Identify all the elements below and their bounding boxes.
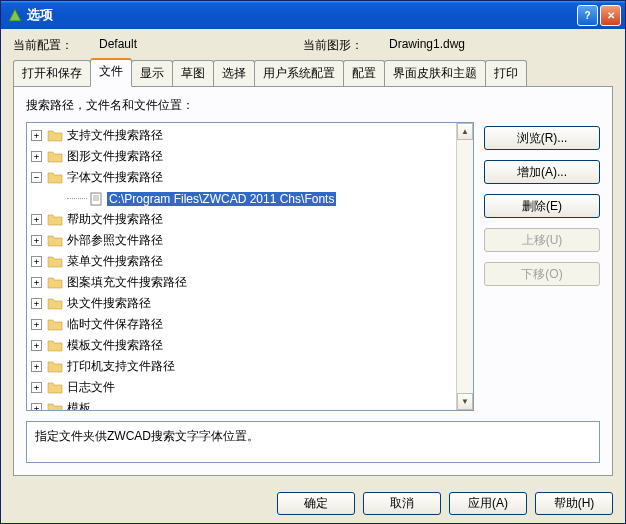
tree-item-label: 模板文件搜索路径 (67, 337, 163, 354)
tab-files[interactable]: 文件 (90, 58, 132, 87)
tree-item[interactable]: +帮助文件搜索路径 (27, 209, 473, 230)
tree-item[interactable]: +临时文件保存路径 (27, 314, 473, 335)
expand-icon[interactable]: + (31, 277, 42, 288)
tree-item[interactable]: +模板文件搜索路径 (27, 335, 473, 356)
delete-button[interactable]: 删除(E) (484, 194, 600, 218)
tree-child-label: C:\Program Files\ZWCAD 2011 Chs\Fonts (107, 192, 336, 206)
tree-item[interactable]: +菜单文件搜索路径 (27, 251, 473, 272)
tab-display[interactable]: 显示 (131, 60, 173, 86)
description-text: 指定文件夹供ZWCAD搜索文字字体位置。 (35, 429, 259, 443)
tree-item-label: 字体文件搜索路径 (67, 169, 163, 186)
apply-button[interactable]: 应用(A) (449, 492, 527, 515)
description-box: 指定文件夹供ZWCAD搜索文字字体位置。 (26, 421, 600, 463)
tree-item[interactable]: +外部参照文件路径 (27, 230, 473, 251)
tree-item-label: 外部参照文件路径 (67, 232, 163, 249)
tab-print[interactable]: 打印 (485, 60, 527, 86)
expand-icon[interactable]: + (31, 298, 42, 309)
options-dialog: 选项 ? ✕ 当前配置： Default 当前图形： Drawing1.dwg … (0, 0, 626, 524)
current-config-value: Default (99, 37, 137, 54)
titlebar[interactable]: 选项 ? ✕ (1, 1, 625, 29)
scroll-up-button[interactable]: ▲ (457, 123, 473, 140)
tree-item-label: 菜单文件搜索路径 (67, 253, 163, 270)
expand-icon[interactable]: + (31, 235, 42, 246)
tree-item[interactable]: +块文件搜索路径 (27, 293, 473, 314)
tree-item-label: 图案填充文件搜索路径 (67, 274, 187, 291)
expand-icon[interactable]: + (31, 361, 42, 372)
tree-item[interactable]: +支持文件搜索路径 (27, 125, 473, 146)
tree-scrollbar[interactable]: ▲ ▼ (456, 123, 473, 410)
tab-drafting[interactable]: 草图 (172, 60, 214, 86)
collapse-icon[interactable]: − (31, 172, 42, 183)
ok-button[interactable]: 确定 (277, 492, 355, 515)
tab-selection[interactable]: 选择 (213, 60, 255, 86)
tree-item[interactable]: +日志文件 (27, 377, 473, 398)
tree-item-label: 模板 (67, 400, 91, 410)
help-button[interactable]: 帮助(H) (535, 492, 613, 515)
tab-open-save[interactable]: 打开和保存 (13, 60, 91, 86)
expand-icon[interactable]: + (31, 340, 42, 351)
expand-icon[interactable]: + (31, 403, 42, 410)
current-config-label: 当前配置： (13, 37, 73, 54)
browse-button[interactable]: 浏览(R)... (484, 126, 600, 150)
expand-icon[interactable]: + (31, 151, 42, 162)
tree-item-label: 支持文件搜索路径 (67, 127, 163, 144)
tree-child-item[interactable]: C:\Program Files\ZWCAD 2011 Chs\Fonts (27, 188, 473, 209)
expand-icon[interactable]: + (31, 256, 42, 267)
move-down-button[interactable]: 下移(O) (484, 262, 600, 286)
tree-item-label: 临时文件保存路径 (67, 316, 163, 333)
tab-user-prefs[interactable]: 用户系统配置 (254, 60, 344, 86)
expand-icon[interactable]: + (31, 382, 42, 393)
tree-item[interactable]: +图形文件搜索路径 (27, 146, 473, 167)
tree-item-label: 块文件搜索路径 (67, 295, 151, 312)
tab-profiles[interactable]: 配置 (343, 60, 385, 86)
tab-panel-files: 搜索路径，文件名和文件位置： +支持文件搜索路径+图形文件搜索路径−字体文件搜索… (13, 86, 613, 476)
tree-item-label: 帮助文件搜索路径 (67, 211, 163, 228)
scroll-down-button[interactable]: ▼ (457, 393, 473, 410)
window-title: 选项 (27, 6, 577, 24)
app-icon (7, 7, 23, 23)
tree-connector (67, 198, 87, 199)
titlebar-help-button[interactable]: ? (577, 5, 598, 26)
titlebar-close-button[interactable]: ✕ (600, 5, 621, 26)
tab-skin-theme[interactable]: 界面皮肤和主题 (384, 60, 486, 86)
tree-item[interactable]: +图案填充文件搜索路径 (27, 272, 473, 293)
expand-icon[interactable]: + (31, 130, 42, 141)
cancel-button[interactable]: 取消 (363, 492, 441, 515)
add-button[interactable]: 增加(A)... (484, 160, 600, 184)
side-buttons: 浏览(R)... 增加(A)... 删除(E) 上移(U) 下移(O) (484, 122, 600, 411)
tree-item-label: 图形文件搜索路径 (67, 148, 163, 165)
tree-item[interactable]: −字体文件搜索路径 (27, 167, 473, 188)
bottom-buttons: 确定 取消 应用(A) 帮助(H) (1, 484, 625, 523)
tree-item-label: 日志文件 (67, 379, 115, 396)
move-up-button[interactable]: 上移(U) (484, 228, 600, 252)
panel-title: 搜索路径，文件名和文件位置： (26, 97, 600, 114)
path-tree[interactable]: +支持文件搜索路径+图形文件搜索路径−字体文件搜索路径C:\Program Fi… (26, 122, 474, 411)
current-drawing-label: 当前图形： (303, 37, 363, 54)
expand-icon[interactable]: + (31, 319, 42, 330)
expand-icon[interactable]: + (31, 214, 42, 225)
tree-item[interactable]: +模板 (27, 398, 473, 410)
scroll-track[interactable] (457, 140, 473, 393)
tree-item[interactable]: +打印机支持文件路径 (27, 356, 473, 377)
info-row: 当前配置： Default 当前图形： Drawing1.dwg (1, 29, 625, 58)
current-drawing-value: Drawing1.dwg (389, 37, 465, 54)
svg-rect-0 (91, 193, 101, 205)
tree-item-label: 打印机支持文件路径 (67, 358, 175, 375)
tabs: 打开和保存 文件 显示 草图 选择 用户系统配置 配置 界面皮肤和主题 打印 (1, 58, 625, 86)
